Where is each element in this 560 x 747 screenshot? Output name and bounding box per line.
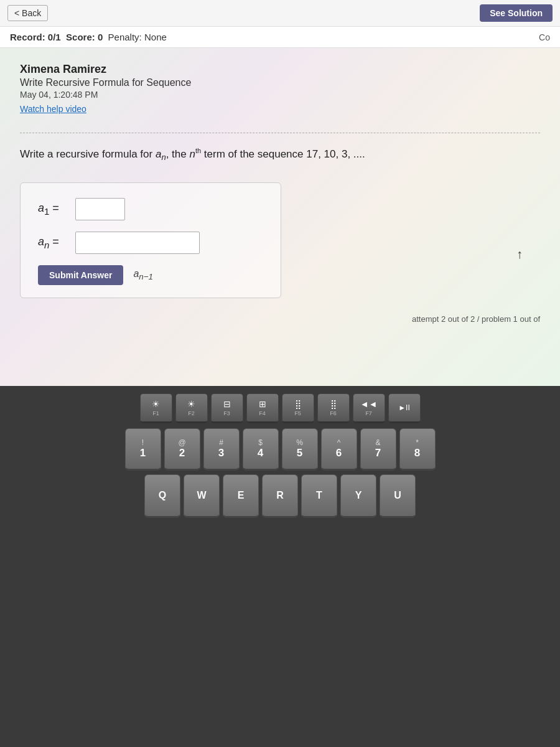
number-row: ! 1 @ 2 # 3 $ 4 % 5 ^ 6 & 7 [6, 428, 554, 471]
sym-caret: ^ [337, 438, 341, 447]
key-t[interactable]: T [301, 474, 337, 518]
a1-label: a1 = [38, 202, 69, 217]
f6-key[interactable]: ⣿ F6 [317, 393, 350, 423]
an-row: an = [38, 232, 263, 254]
char-q: Q [159, 490, 166, 501]
attempt-info: attempt 2 out of 2 / problem 1 out of [20, 314, 540, 324]
key-8[interactable]: * 8 [399, 428, 436, 471]
keyboard-light-high-icon: ⣿ [330, 399, 337, 409]
f2-key[interactable]: ☀ F2 [175, 393, 208, 423]
sym-percent: % [296, 438, 303, 447]
sym-dollar: $ [258, 438, 263, 447]
brightness-high-icon: ☀ [187, 399, 195, 409]
watch-help-link[interactable]: Watch help video [20, 104, 86, 114]
co-label: Co [539, 32, 550, 42]
cursor-icon: ↑ [516, 247, 523, 261]
num-7: 7 [375, 447, 381, 459]
sym-at: @ [178, 438, 185, 447]
num-4: 4 [258, 447, 263, 459]
key-q[interactable]: Q [144, 474, 180, 518]
num-6: 6 [336, 447, 342, 459]
f7-key[interactable]: ◄◄ F7 [353, 393, 385, 423]
char-r: R [276, 490, 284, 501]
key-5[interactable]: % 5 [282, 428, 318, 471]
rewind-icon: ◄◄ [360, 399, 378, 409]
brightness-low-icon: ☀ [152, 399, 160, 409]
key-r[interactable]: R [262, 474, 298, 518]
subscript-hint: an−1 [133, 268, 153, 281]
key-7[interactable]: & 7 [360, 428, 396, 471]
f8-key[interactable]: ►II [388, 393, 421, 423]
keyboard-light-low-icon: ⣿ [295, 399, 301, 409]
qwerty-row: Q W E R T Y U [6, 474, 554, 518]
record-info: Record: 0/1 Score: 0 Penalty: None [10, 32, 167, 42]
back-button[interactable]: < Back [7, 5, 48, 21]
grid-icon: ⊞ [259, 399, 266, 409]
key-w[interactable]: W [184, 474, 220, 518]
main-content: Ximena Ramirez Write Recursive Formula f… [0, 48, 560, 397]
key-6[interactable]: ^ 6 [321, 428, 357, 471]
sym-asterisk: * [416, 438, 419, 447]
num-8: 8 [414, 447, 420, 459]
char-y: Y [355, 490, 362, 501]
top-bar: < Back See Solution [0, 0, 560, 27]
f3-key[interactable]: ⊟ F3 [211, 393, 243, 423]
key-4[interactable]: $ 4 [243, 428, 279, 471]
key-e[interactable]: E [223, 474, 259, 518]
num-5: 5 [297, 447, 302, 459]
timestamp: May 04, 1:20:48 PM [20, 90, 540, 100]
num-2: 2 [179, 447, 185, 459]
num-3: 3 [218, 447, 224, 459]
sym-ampersand: & [375, 438, 380, 447]
key-u[interactable]: U [380, 474, 416, 518]
an-label: an = [38, 235, 69, 250]
key-2[interactable]: @ 2 [164, 428, 200, 471]
char-e: E [238, 490, 245, 501]
play-pause-icon: ►II [398, 403, 410, 412]
f4-key[interactable]: ⊞ F4 [246, 393, 279, 423]
f1-key[interactable]: ☀ F1 [140, 393, 172, 423]
see-solution-button[interactable]: See Solution [480, 4, 553, 22]
a1-input[interactable] [75, 198, 125, 220]
keyboard-area: ☀ F1 ☀ F2 ⊟ F3 ⊞ F4 ⣿ F5 ⣿ F6 ◄◄ F7 ►II [0, 386, 560, 747]
char-t: T [316, 490, 322, 501]
char-w: W [197, 490, 206, 501]
problem-statement: Write a recursive formula for an, the nt… [20, 146, 540, 164]
f5-key[interactable]: ⣿ F5 [282, 393, 314, 423]
a1-row: a1 = [38, 198, 263, 220]
student-name: Ximena Ramirez [20, 63, 540, 76]
mission-control-icon: ⊟ [223, 399, 231, 409]
num-1: 1 [140, 447, 146, 459]
answer-area: a1 = an = Submit Answer an−1 [20, 182, 281, 298]
key-y[interactable]: Y [340, 474, 376, 518]
key-3[interactable]: # 3 [203, 428, 240, 471]
submit-row: Submit Answer an−1 [38, 265, 263, 285]
key-1[interactable]: ! 1 [125, 428, 161, 471]
char-u: U [394, 490, 401, 501]
problem-title: Write Recursive Formula for Sequence [20, 77, 540, 88]
sym-hash: # [219, 438, 223, 447]
an-input[interactable] [75, 232, 200, 254]
divider [20, 133, 540, 133]
record-bar: Record: 0/1 Score: 0 Penalty: None Co [0, 27, 560, 48]
submit-answer-button[interactable]: Submit Answer [38, 265, 123, 285]
record-label: Record: 0/1 Score: 0 Penalty: None [10, 32, 167, 42]
sym-exclaim: ! [142, 438, 144, 447]
fn-row: ☀ F1 ☀ F2 ⊟ F3 ⊞ F4 ⣿ F5 ⣿ F6 ◄◄ F7 ►II [6, 393, 554, 423]
